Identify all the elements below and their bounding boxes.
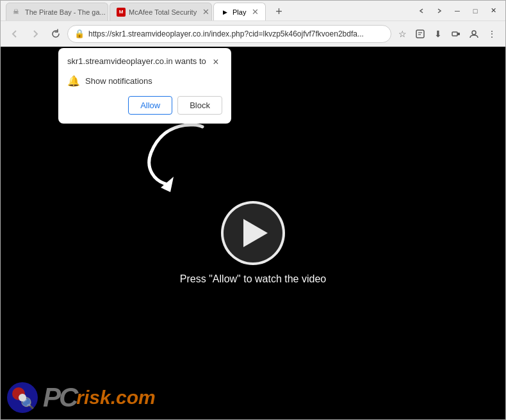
popup-header: skr1.streamvideoplayer.co.in wants to × <box>67 56 222 69</box>
pcrisk-watermark: 🔍 PC risk.com <box>7 382 156 413</box>
collection-button[interactable] <box>412 26 428 42</box>
browser-content: skr1.streamvideoplayer.co.in wants to × … <box>1 47 505 419</box>
tab-mcafee-label: McAfee Total Security <box>129 8 197 16</box>
tab-scroll-right[interactable] <box>432 4 446 18</box>
pcrisk-text: PC risk.com <box>43 384 156 411</box>
piratebay-favicon: ☠ <box>13 8 22 17</box>
lock-icon: 🔒 <box>74 29 85 38</box>
arrow-pointer-icon <box>138 114 222 197</box>
play-favicon: ▶ <box>220 8 229 17</box>
maximize-button[interactable]: □ <box>468 4 482 18</box>
bell-icon: 🔔 <box>67 75 80 87</box>
popup-actions: Allow Block <box>67 96 222 115</box>
address-bar[interactable]: 🔒 https://skr1.streamvideoplayer.co.in/i… <box>67 25 391 43</box>
download-button[interactable]: ⬇ <box>430 26 446 42</box>
pcrisk-risk-text: risk.com <box>76 387 155 408</box>
play-triangle <box>243 219 268 247</box>
svg-rect-4 <box>457 33 460 35</box>
allow-button[interactable]: Allow <box>128 96 172 115</box>
tab-scroll-left[interactable] <box>414 4 428 18</box>
tab-play-label: Play <box>233 8 246 16</box>
tab-list: ☠ The Pirate Bay - The ga... ✕ M McAfee … <box>6 1 409 20</box>
forward-button[interactable] <box>26 25 44 43</box>
tab-play-close[interactable]: ✕ <box>252 7 259 17</box>
tab-mcafee-close[interactable]: ✕ <box>202 7 209 17</box>
menu-button[interactable]: ⋮ <box>484 26 500 42</box>
svg-point-5 <box>472 31 476 35</box>
press-allow-text: Press "Allow" to watch the video <box>180 273 326 285</box>
nav-actions: ☆ ⬇ ⋮ <box>394 26 500 42</box>
popup-permission-row: 🔔 Show notifications <box>67 75 222 87</box>
notification-popup: skr1.streamvideoplayer.co.in wants to × … <box>58 48 231 124</box>
svg-rect-0 <box>416 30 424 38</box>
play-button-icon[interactable] <box>221 201 285 265</box>
tab-mcafee[interactable]: M McAfee Total Security ✕ <box>110 3 212 20</box>
pcrisk-pc-text: PC <box>43 384 76 411</box>
back-button[interactable] <box>6 25 24 43</box>
permission-text: Show notifications <box>85 76 152 86</box>
address-text: https://skr1.streamvideoplayer.co.in/ind… <box>88 29 384 38</box>
close-button[interactable]: ✕ <box>486 4 500 18</box>
popup-title: skr1.streamvideoplayer.co.in wants to <box>67 56 209 67</box>
navigation-bar: 🔒 https://skr1.streamvideoplayer.co.in/i… <box>1 21 505 47</box>
window-controls: ─ □ ✕ <box>414 4 500 18</box>
extensions-button[interactable] <box>448 26 464 42</box>
tab-piratebay-label: The Pirate Bay - The ga... <box>25 8 106 16</box>
popup-close-button[interactable]: × <box>209 56 222 69</box>
refresh-button[interactable] <box>47 25 65 43</box>
account-button[interactable] <box>466 26 482 42</box>
tab-piratebay[interactable]: ☠ The Pirate Bay - The ga... ✕ <box>6 3 108 20</box>
star-button[interactable]: ☆ <box>394 26 411 42</box>
mcafee-favicon: M <box>117 8 126 17</box>
tab-play[interactable]: ▶ Play ✕ <box>213 3 266 20</box>
browser-window: ☠ The Pirate Bay - The ga... ✕ M McAfee … <box>0 0 506 420</box>
title-bar: ☠ The Pirate Bay - The ga... ✕ M McAfee … <box>1 1 505 21</box>
svg-rect-3 <box>452 32 457 36</box>
pcrisk-logo-icon: 🔍 <box>7 382 38 413</box>
block-button[interactable]: Block <box>177 96 222 115</box>
minimize-button[interactable]: ─ <box>450 4 464 18</box>
new-tab-button[interactable]: + <box>270 3 288 20</box>
